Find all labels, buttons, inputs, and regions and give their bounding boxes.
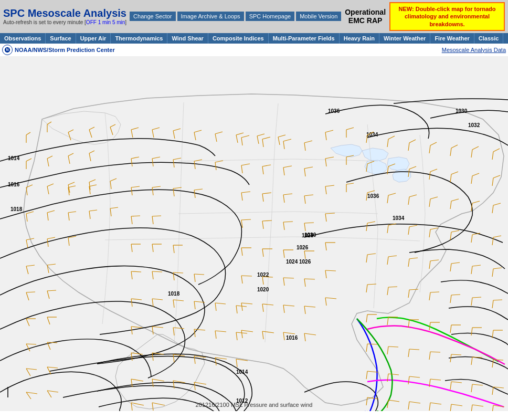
nav-wind-shear[interactable]: Wind Shear [167, 33, 208, 44]
nav-upper-air[interactable]: Upper Air [76, 33, 111, 44]
nav-surface[interactable]: Surface [46, 33, 76, 44]
noaa-logo-icon: N [2, 45, 13, 55]
mesoscale-analysis-link[interactable]: Mesoscale Analysis Data [442, 47, 506, 53]
svg-text:1024: 1024 [286, 259, 298, 265]
nav-composite-indices[interactable]: Composite Indices [208, 33, 269, 44]
center-header: Operational EMC RAP [344, 8, 386, 25]
svg-text:1036: 1036 [367, 193, 379, 199]
svg-text:1016: 1016 [8, 182, 20, 187]
app-title: SPC Mesoscale Analysis [3, 7, 126, 19]
svg-text:1018: 1018 [10, 206, 23, 212]
header-left: SPC Mesoscale Analysis Auto-refresh is s… [3, 7, 126, 25]
svg-text:1018: 1018 [168, 291, 180, 297]
change-sector-button[interactable]: Change Sector [130, 12, 175, 21]
nav-multi-parameter[interactable]: Multi-Parameter Fields [269, 33, 340, 44]
svg-text:1014: 1014 [8, 155, 20, 161]
image-archive-button[interactable]: Image Archive & Loops [177, 12, 244, 21]
nav-observations[interactable]: Observations [0, 33, 46, 44]
header-buttons: Change Sector Image Archive & Loops SPC … [130, 12, 341, 21]
autofresh-1min-link[interactable]: 1 min [98, 19, 111, 25]
svg-text:1030: 1030 [304, 232, 316, 238]
svg-text:1036: 1036 [328, 108, 340, 114]
nav-thermodynamics[interactable]: Thermodynamics [111, 33, 167, 44]
nav-winter-weather[interactable]: Winter Weather [379, 33, 430, 44]
svg-text:1026: 1026 [299, 259, 311, 265]
header: SPC Mesoscale Analysis Auto-refresh is s… [0, 0, 508, 33]
autofresh-label: Auto-refresh is set to every minute [OFF… [3, 19, 126, 25]
svg-text:1020: 1020 [257, 287, 269, 292]
map-container[interactable]: N NOAA/NWS/Storm Prediction Center Mesos… [0, 44, 508, 411]
svg-text:1032: 1032 [468, 122, 480, 128]
notice-box: NEW: Double-click map for tornado climat… [389, 2, 505, 31]
spc-homepage-button[interactable]: SPC Homepage [246, 12, 295, 21]
svg-text:201216/2100 MSL Pressure and s: 201216/2100 MSL Pressure and surface win… [196, 402, 313, 408]
map-header-bar: N NOAA/NWS/Storm Prediction Center Mesos… [0, 44, 508, 56]
weather-map-svg[interactable]: 1014 1016 1018 1018 1020 1022 1024 1026 … [0, 56, 508, 411]
subtitle: Operational EMC RAP [344, 8, 386, 25]
svg-text:1026: 1026 [297, 245, 309, 250]
nav-fire-weather[interactable]: Fire Weather [430, 33, 474, 44]
noaa-label: NOAA/NWS/Storm Prediction Center [15, 47, 115, 53]
noaa-logo-area: N NOAA/NWS/Storm Prediction Center [2, 45, 115, 55]
autofresh-5min-link[interactable]: 5 min [112, 19, 125, 25]
navbar: Observations Surface Upper Air Thermodyn… [0, 33, 508, 44]
svg-text:1016: 1016 [286, 335, 298, 341]
nav-classic[interactable]: Classic [474, 33, 504, 44]
svg-text:1034: 1034 [393, 215, 405, 221]
autofresh-off-link[interactable]: OFF [86, 19, 97, 25]
mobile-version-button[interactable]: Mobile Version [296, 12, 341, 21]
nav-heavy-rain[interactable]: Heavy Rain [340, 33, 379, 44]
nav-beta[interactable]: Beta [503, 33, 508, 44]
